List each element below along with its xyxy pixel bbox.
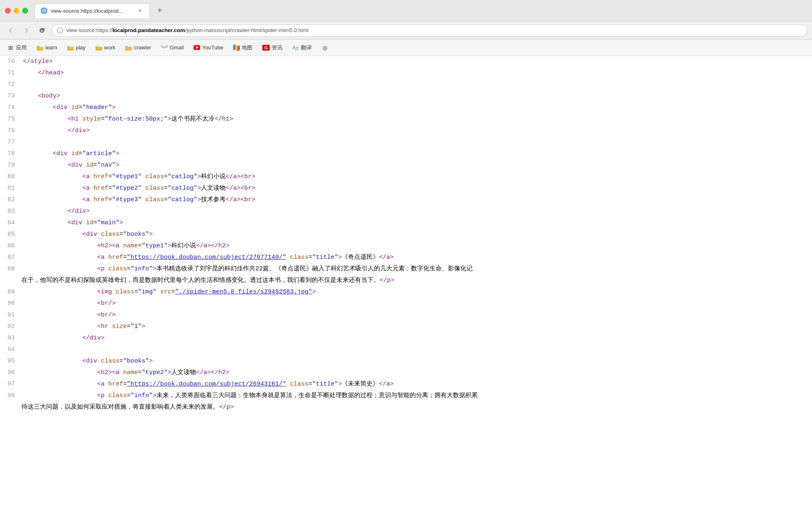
line-content-88-overflow: 在于，他写的不是科幻探险或英雄奇幻，而是数据时代里每个人的生活和情感变化。透过这… (21, 275, 812, 286)
folder-icon (37, 44, 43, 51)
line-content-73: <body> (21, 91, 812, 102)
line-number-94: 94 (0, 344, 21, 356)
source-line-74: 74 <div id="header"> (0, 102, 812, 114)
line-number-87: 87 (0, 252, 21, 263)
line-content-92: <hr size="1"> (21, 321, 812, 333)
line-number-95: 95 (0, 356, 21, 367)
bookmark-more[interactable]: ◎ (317, 43, 332, 53)
bookmark-learn[interactable]: learn (33, 43, 61, 53)
bookmark-gmail-label: Gmail (170, 44, 184, 51)
line-content-82: <a href="#type3" class="catlog">技术参考</a>… (21, 194, 812, 206)
source-line-75: 75 <h1 style="font-size:50px;">这个书苑不太冷</… (0, 114, 812, 125)
tab-favicon (41, 7, 47, 14)
new-tab-button[interactable]: + (153, 4, 166, 17)
line-number-78: 78 (0, 148, 21, 160)
traffic-lights (5, 8, 28, 14)
minimize-button[interactable] (14, 8, 19, 14)
svg-rect-5 (161, 45, 168, 50)
line-content-76: </div> (21, 125, 812, 137)
line-content-87: <a href="https://book.douban.com/subject… (21, 252, 812, 263)
gmail-svg-icon (161, 45, 168, 50)
bookmark-work-label: work (104, 44, 115, 51)
source-line-97: 97 <a href="https://book.douban.com/subj… (0, 379, 812, 390)
line-number-91: 91 (0, 309, 21, 321)
line-number-90: 90 (0, 298, 21, 309)
line-number-92: 92 (0, 321, 21, 333)
source-line-82: 82 <a href="#type3" class="catlog">技术参考<… (0, 194, 812, 206)
bookmark-maps-label: 地图 (242, 44, 252, 51)
tab-title: view-source:https://localprod... (51, 8, 133, 14)
line-content-71: </head> (21, 67, 812, 79)
maximize-button[interactable] (22, 8, 28, 14)
line-content-86: <h2><a name="type1">科幻小说</a></h2> (21, 240, 812, 252)
back-button[interactable] (5, 25, 16, 36)
bookmark-news[interactable]: G 资讯 (258, 42, 287, 53)
line-number-98: 98 (0, 390, 21, 402)
youtube-svg-icon (194, 45, 200, 50)
source-line-88: 88 <p class="info">本书精选收录了刘宇昆的科幻佳作共22篇。《… (0, 263, 812, 275)
bookmark-youtube[interactable]: YouTube (189, 43, 227, 53)
svg-text:i: i (60, 29, 61, 33)
line-content-85: <div class="books"> (21, 229, 812, 240)
line-content-88: <p class="info">本书精选收录了刘宇昆的科幻佳作共22篇。《奇点遗… (21, 263, 812, 275)
url-bar[interactable]: i view-source:https://localprod.pandatea… (52, 24, 807, 37)
close-button[interactable] (5, 8, 11, 14)
source-line-93: 93 </div> (0, 333, 812, 344)
line-content-79: <div id="nav"> (21, 160, 812, 171)
bookmark-gmail[interactable]: Gmail (157, 43, 188, 53)
folder-crawler-icon (125, 44, 132, 51)
tab-close-button[interactable]: × (136, 7, 144, 14)
bookmark-play-label: play (76, 44, 86, 51)
bookmark-crawler[interactable]: crawler (121, 43, 155, 53)
svg-text:文: 文 (295, 46, 299, 51)
line-number-97: 97 (0, 379, 21, 390)
line-number-88: 88 (0, 263, 21, 275)
line-content-90: <br/> (21, 298, 812, 309)
url-domain: localprod.pandateacher.com (112, 27, 185, 33)
source-line-83: 83 </div> (0, 206, 812, 217)
navbar: i view-source:https://localprod.pandatea… (0, 21, 812, 40)
svg-marker-10 (233, 44, 235, 50)
source-line-89: 89 <img class="img" src="./spider-men5.0… (0, 286, 812, 298)
source-line-92: 92 <hr size="1"> (0, 321, 812, 333)
globe-icon (42, 9, 46, 13)
bookmark-play[interactable]: play (63, 43, 90, 53)
bookmark-apps-label: 应用 (16, 44, 27, 51)
source-line-84: 84 <div id="main"> (0, 217, 812, 229)
svg-marker-9 (235, 44, 238, 51)
more-icon: ◎ (322, 44, 328, 51)
translate-icon: A 文 (292, 44, 299, 51)
line-content-93: </div> (21, 333, 812, 344)
bookmarks-bar: ⊞ 应用 learn play work (0, 40, 812, 56)
info-icon: i (57, 28, 63, 33)
bookmark-work[interactable]: work (91, 43, 119, 53)
source-line-81: 81 <a href="#type2" class="catlog">人文读物<… (0, 183, 812, 194)
bookmark-apps[interactable]: ⊞ 应用 (3, 42, 31, 53)
line-content-96: <h2><a name="type2">人文读物</a></h2> (21, 367, 812, 379)
line-content-95: <div class="books"> (21, 356, 812, 367)
folder-work-svg-icon (96, 45, 102, 51)
line-content-74: <div id="header"> (21, 102, 812, 114)
line-number-86: 86 (0, 240, 21, 252)
folder-learn-icon (37, 45, 43, 51)
url-path: /python-manuscript/crawler-html/spider-m… (185, 27, 308, 33)
apps-icon: ⊞ (7, 44, 14, 51)
line-content-78: <div id="article"> (21, 148, 812, 160)
line-number-74: 74 (0, 102, 21, 114)
browser-tab[interactable]: view-source:https://localprod... × (35, 3, 150, 18)
maps-icon (233, 44, 240, 51)
line-number-75: 75 (0, 114, 21, 125)
bookmark-translate-label: 翻译 (301, 44, 312, 51)
youtube-icon (194, 44, 200, 51)
forward-button[interactable] (21, 25, 32, 36)
source-line-96: 96 <h2><a name="type2">人文读物</a></h2> (0, 367, 812, 379)
bookmark-translate[interactable]: A 文 翻译 (288, 42, 316, 53)
line-content-84: <div id="main"> (21, 217, 812, 229)
line-number-82: 82 (0, 194, 21, 206)
source-line-77: 77 (0, 137, 812, 148)
gmail-icon (161, 44, 168, 51)
line-content-83: </div> (21, 206, 812, 217)
bookmark-maps[interactable]: 地图 (229, 42, 257, 53)
refresh-button[interactable] (36, 25, 48, 36)
line-content-81: <a href="#type2" class="catlog">人文读物</a>… (21, 183, 812, 194)
